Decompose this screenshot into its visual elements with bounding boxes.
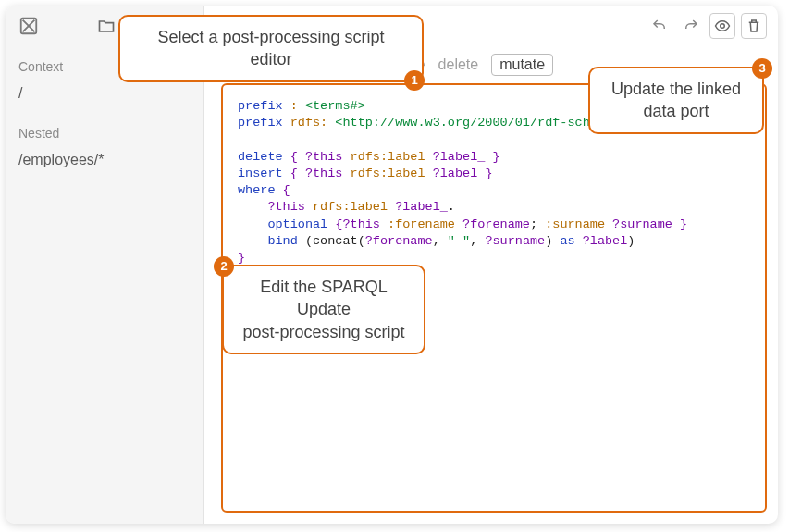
callout-3-line2: data port [643,102,709,120]
undo-icon[interactable] [647,13,672,39]
callout-3-line1: Update the linked [611,80,741,98]
header-actions [647,13,767,39]
eye-icon[interactable] [709,13,735,39]
sidebar-nested-item[interactable]: /employees/* [6,144,203,187]
sidebar: Context / Nested /employees/* [6,6,204,524]
brand-logo-icon [18,16,39,36]
callout-badge-1: 1 [404,70,425,91]
tab-mutate[interactable]: mutate [491,54,553,76]
callout-1-text: Select a post-processing script editor [157,28,384,68]
tab-delete[interactable]: delete [438,56,479,73]
sidebar-context-item[interactable]: / [6,78,203,120]
callout-2: Edit the SPARQL Update post-processing s… [222,265,425,354]
trash-icon[interactable] [741,13,767,39]
svg-point-4 [721,24,725,29]
callout-2-line1: Edit the SPARQL Update [260,278,388,318]
folder-icon[interactable] [94,15,118,37]
sidebar-section-nested-label: Nested [6,120,203,144]
callout-badge-3: 3 [752,58,772,79]
callout-badge-2: 2 [214,256,234,277]
callout-3: Update the linked data port 3 [588,67,764,134]
callout-1: Select a post-processing script editor 1 [118,15,424,82]
redo-icon[interactable] [678,13,704,39]
callout-2-line2: post-processing script [242,323,404,341]
